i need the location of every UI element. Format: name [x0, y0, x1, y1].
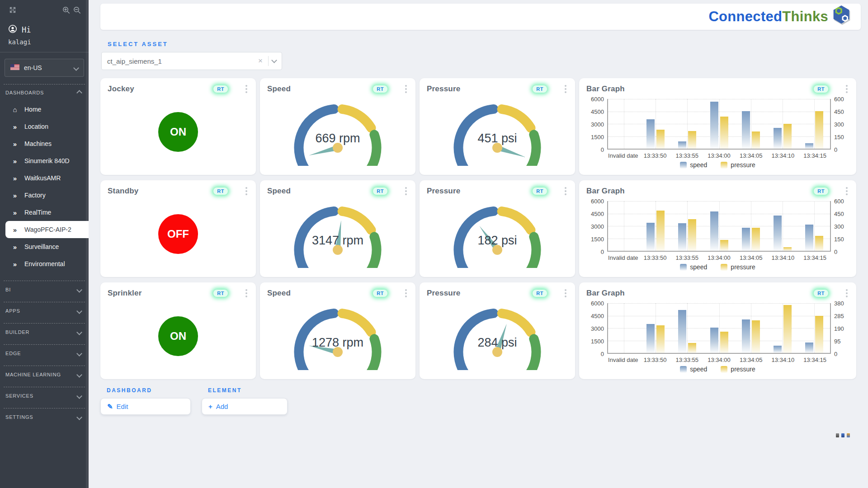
sidebar-item-home[interactable]: ⌂Home	[0, 101, 89, 118]
y-axis-tick-label: 1500	[591, 338, 604, 345]
pressure-gauge-card: PressureRT451 psi	[420, 78, 575, 175]
us-flag-icon	[10, 64, 19, 71]
chevron-down-icon	[76, 287, 82, 293]
legend-item-speed: speed	[680, 263, 707, 271]
legend-label: pressure	[731, 263, 755, 271]
y-axis-tick-label: 300	[834, 121, 844, 128]
rt-badge: RT	[533, 188, 547, 195]
x-axis-labels: Invalid date13:33:5013:33:5513:34:0013:3…	[607, 253, 831, 262]
speed-gauge-card: SpeedRT669 rpm	[260, 78, 415, 175]
bar-graph-card: Bar GraphRT60004500300015000600450300150…	[579, 180, 856, 277]
kebab-dot	[245, 190, 247, 192]
kebab-menu-icon[interactable]	[844, 288, 849, 299]
x-axis-tick-label: 13:34:10	[772, 254, 795, 261]
gauge: 1278 rpm	[267, 299, 408, 370]
kebab-dot	[245, 91, 247, 93]
x-axis-tick-label: Invalid date	[608, 254, 638, 261]
language-selector[interactable]: en-US	[5, 59, 84, 77]
sidebar-item-wagopfc-aip-2[interactable]: »WagoPFC-AIP-2	[5, 221, 89, 238]
edit-button-label: Edit	[117, 403, 128, 410]
kebab-dot	[405, 193, 407, 195]
y-axis-tick-label: 6000	[591, 198, 604, 205]
kebab-menu-icon[interactable]	[244, 84, 249, 94]
bar-speed	[710, 328, 718, 353]
legend-item-pressure: pressure	[721, 263, 755, 271]
chart-legend: speedpressure	[586, 161, 849, 169]
add-element-button[interactable]: + Add	[202, 398, 288, 415]
rt-badge: RT	[213, 85, 228, 93]
kebab-menu-icon[interactable]	[404, 288, 408, 299]
sidebar-item-surveillance[interactable]: »Surveillance	[0, 238, 89, 255]
x-axis-tick-label: 13:34:05	[740, 254, 763, 261]
sidebar-item-label: Factory	[24, 192, 46, 199]
sidebar-item-factory[interactable]: »Factory	[0, 187, 89, 204]
element-label: ELEMENT	[208, 387, 288, 394]
sidebar-item-label: Home	[24, 106, 41, 113]
sidebar-section-edge[interactable]: EDGE	[0, 345, 89, 358]
kebab-dot	[846, 292, 848, 294]
gridline-vertical	[719, 99, 720, 149]
y-axis-tick-label: 380	[834, 300, 844, 307]
status-body: OFF	[108, 197, 249, 271]
sidebar-item-environmental[interactable]: »Environmental	[0, 255, 89, 272]
status-indicator: ON	[158, 112, 198, 152]
pressure-gauge-card: PressureRT182 psi	[420, 180, 575, 277]
kebab-menu-icon[interactable]	[844, 84, 849, 94]
y-axis-tick-label: 600	[834, 198, 844, 205]
dashboards-section-header[interactable]: DASHBOARDS	[0, 84, 89, 98]
x-axis-tick-label: 13:34:15	[803, 357, 826, 363]
sidebar-item-machines[interactable]: »Machines	[0, 135, 89, 152]
sidebar-item-label: WagoPFC-AIP-2	[24, 226, 71, 233]
kebab-dot	[846, 187, 848, 189]
kebab-menu-icon[interactable]	[844, 186, 849, 197]
kebab-menu-icon[interactable]	[244, 288, 249, 299]
clear-icon[interactable]: ×	[256, 56, 264, 66]
sidebar-section-builder[interactable]: BUILDER	[0, 324, 89, 337]
sidebar-section-machine-learning[interactable]: MACHINE LEARNING	[0, 366, 89, 380]
kebab-menu-icon[interactable]	[404, 84, 408, 94]
x-axis-tick-label: 13:34:10	[772, 152, 795, 159]
bar-speed	[742, 228, 750, 251]
chevron-down-icon[interactable]	[271, 57, 277, 63]
sidebar-section-settings[interactable]: SETTINGS	[0, 408, 89, 422]
card-header: PressureRT	[427, 84, 568, 94]
corner-mini-icons	[836, 433, 850, 437]
element-controls: ELEMENT + Add	[202, 387, 288, 415]
y-axis-right: 380285190950	[831, 303, 849, 354]
sidebar-section-apps[interactable]: APPS	[0, 302, 89, 316]
kebab-dot	[846, 88, 848, 90]
kebab-dot	[245, 289, 247, 291]
add-button-label: Add	[216, 403, 228, 410]
rt-badge: RT	[373, 290, 387, 297]
card-title: Pressure	[427, 187, 533, 196]
card-header: Bar GraphRT	[586, 84, 849, 94]
status-card: JockeyRTON	[100, 78, 256, 175]
sidebar-section-services[interactable]: SERVICES	[0, 387, 89, 401]
kebab-menu-icon[interactable]	[563, 186, 568, 197]
sidebar-section-bi[interactable]: BI	[0, 281, 89, 295]
sidebar-item-sinumerik-840d[interactable]: »Sinumerik 840D	[0, 152, 89, 169]
kebab-menu-icon[interactable]	[563, 84, 568, 94]
gridline-vertical	[624, 99, 624, 149]
y-axis-left: 60004500300015000	[586, 99, 607, 150]
bar-pressure	[688, 219, 696, 251]
kebab-menu-icon[interactable]	[404, 186, 408, 197]
kebab-dot	[405, 289, 407, 291]
kebab-dot	[565, 91, 566, 93]
card-title: Speed	[267, 289, 373, 298]
kebab-menu-icon[interactable]	[563, 288, 568, 299]
sidebar-item-waitkusamr[interactable]: »WaitkusAMR	[0, 169, 89, 187]
asset-select[interactable]: ct_aip_siemens_1 ×	[101, 52, 282, 70]
zoom-out-icon[interactable]	[71, 5, 82, 15]
sidebar-section-label: APPS	[5, 308, 20, 314]
kebab-menu-icon[interactable]	[244, 186, 249, 197]
chevron-down-icon	[76, 372, 82, 378]
sidebar-section-label: EDGE	[5, 351, 21, 356]
sidebar-item-realtime[interactable]: »RealTime	[0, 204, 89, 221]
fullscreen-icon[interactable]	[7, 5, 18, 15]
sidebar-item-location[interactable]: »Location	[0, 118, 89, 135]
edit-dashboard-button[interactable]: ✎ Edit	[100, 398, 191, 415]
kebab-dot	[846, 296, 848, 297]
zoom-in-icon[interactable]	[61, 5, 71, 15]
bar-speed	[742, 319, 750, 353]
